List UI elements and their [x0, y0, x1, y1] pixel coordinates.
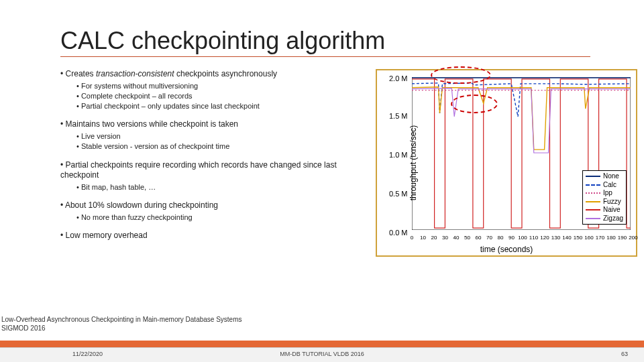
xtick-17: 170	[596, 235, 604, 241]
xtick-9: 90	[508, 235, 515, 241]
xtick-2: 20	[431, 235, 437, 241]
xtick-4: 40	[453, 235, 460, 241]
chart-frame: throughput (txns/sec) time (seconds) 0.0…	[376, 69, 637, 257]
footer-info-bar: 11/22/2020 MM-DB TUTORIAL VLDB 2016 63	[0, 347, 644, 362]
bullet-4: About 10% slowdown during checkpointing	[60, 200, 369, 211]
ytick-1: 0.5 M	[389, 190, 408, 198]
legend-item-ipp: Ipp	[586, 189, 623, 198]
xtick-3: 30	[442, 235, 448, 241]
bullet-1-sub-2: Partial checkpoint – only updates since …	[76, 101, 369, 111]
citation-line-1: Low-Overhead Asynchronous Checkpointing …	[1, 316, 242, 324]
bullet-3: Partial checkpoints require recording wh…	[60, 160, 369, 181]
footer-date: 11/22/2020	[72, 351, 103, 357]
bullet-1-sub-0: For systems without multiversioning	[76, 81, 369, 90]
bullet-2: Maintains two versions while checkpoint …	[60, 119, 369, 130]
slide-footer: 11/22/2020 MM-DB TUTORIAL VLDB 2016 63	[0, 341, 644, 362]
legend-item-zigzag: Zigzag	[586, 215, 623, 223]
chart-column: throughput (txns/sec) time (seconds) 0.0…	[369, 69, 644, 243]
footer-accent-bar	[0, 341, 644, 347]
bullet-column: Creates transaction-consistent checkpoin…	[60, 69, 369, 243]
bullet-1-sub-1: Complete checkpoint – all records	[76, 91, 369, 101]
slide-title: CALC checkpointing algorithm	[60, 27, 644, 55]
xtick-12: 120	[540, 235, 549, 241]
xtick-1: 10	[420, 235, 426, 241]
bullet-1: Creates transaction-consistent checkpoin…	[60, 69, 369, 80]
bullet-4-sub-0: No more than fuzzy checkpointing	[76, 213, 369, 222]
bullet-3-sub-0: Bit map, hash table, …	[76, 182, 369, 192]
annotation-oval-bottom	[451, 95, 498, 113]
footer-center-text: MM-DB TUTORIAL VLDB 2016	[280, 351, 364, 357]
xtick-6: 60	[476, 235, 482, 241]
ytick-4: 2.0 M	[389, 74, 408, 82]
slide: CALC checkpointing algorithm Creates tra…	[0, 0, 644, 362]
footer-page-number: 63	[621, 351, 628, 357]
ytick-3: 1.5 M	[389, 112, 408, 120]
content-row: Creates transaction-consistent checkpoin…	[60, 69, 644, 243]
annotation-oval-top	[431, 66, 491, 84]
xtick-18: 180	[606, 235, 615, 241]
title-underline	[60, 56, 590, 57]
xtick-0: 0	[411, 235, 413, 241]
citation-line-2: SIGMOD 2016	[1, 324, 242, 333]
citation-block: Low-Overhead Asynchronous Checkpointing …	[1, 316, 242, 333]
xtick-10: 100	[518, 235, 527, 241]
xtick-11: 110	[529, 235, 538, 241]
chart-legend: None Calc Ipp Fuzzy Naive Zigzag	[582, 170, 627, 225]
legend-item-calc: Calc	[586, 181, 623, 190]
xtick-16: 160	[584, 235, 593, 241]
xtick-14: 140	[562, 235, 571, 241]
x-axis-label: time (seconds)	[480, 245, 533, 254]
bullet-5: Low memory overhead	[60, 231, 369, 241]
ytick-2: 1.0 M	[389, 151, 408, 159]
xtick-19: 190	[618, 235, 627, 241]
xtick-13: 130	[551, 235, 560, 241]
xtick-15: 150	[574, 235, 582, 241]
legend-item-naive: Naive	[586, 206, 623, 215]
ytick-0: 0.0 M	[389, 229, 408, 237]
xtick-20: 200	[629, 235, 637, 241]
xtick-7: 70	[486, 235, 492, 241]
xtick-5: 50	[464, 235, 470, 241]
legend-item-fuzzy: Fuzzy	[586, 198, 623, 206]
bullet-2-sub-1: Stable version - version as of checkpoin…	[76, 141, 369, 151]
xtick-8: 80	[498, 235, 504, 241]
bullet-2-sub-0: Live version	[76, 131, 369, 141]
legend-item-none: None	[586, 172, 623, 181]
